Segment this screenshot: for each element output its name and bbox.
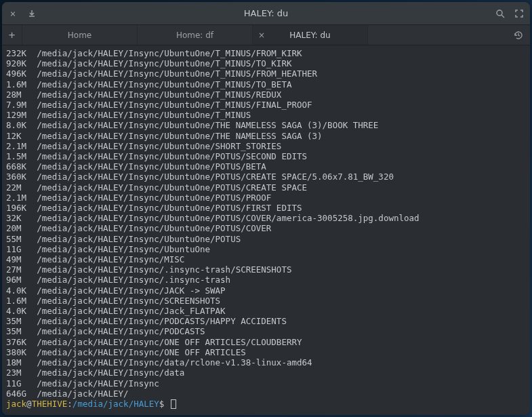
output-line: 11G /media/jack/HALEY/Insync bbox=[6, 378, 526, 389]
output-line: 1.5M /media/jack/HALEY/Insync/UbuntuOne/… bbox=[6, 151, 526, 161]
output-line: 35M /media/jack/HALEY/Insync/PODCASTS/HA… bbox=[6, 316, 526, 326]
output-line: 376K /media/jack/HALEY/Insync/ONE OFF AR… bbox=[6, 337, 526, 347]
terminal-body[interactable]: 232K /media/jack/HALEY/Insync/UbuntuOne/… bbox=[2, 45, 530, 415]
tabs-container: HomeHome: df×HALEY: du bbox=[22, 25, 368, 45]
history-icon[interactable] bbox=[507, 25, 530, 45]
output-line: 7.9M /media/jack/HALEY/Insync/UbuntuOne/… bbox=[6, 100, 526, 110]
output-line: 8.0K /media/jack/HALEY/Insync/UbuntuOne/… bbox=[6, 120, 526, 130]
cursor bbox=[171, 399, 176, 409]
output-line: 27M /media/jack/HALEY/Insync/.insync-tra… bbox=[6, 264, 526, 275]
output-line: 23M /media/jack/HALEY/Insync/data bbox=[6, 368, 526, 378]
output-line: 22M /media/jack/HALEY/Insync/UbuntuOne/P… bbox=[6, 182, 526, 193]
output-line: 920K /media/jack/HALEY/Insync/UbuntuOne/… bbox=[6, 58, 526, 68]
titlebar-right bbox=[495, 8, 525, 19]
titlebar-left: × bbox=[7, 8, 37, 19]
output-line: 232K /media/jack/HALEY/Insync/UbuntuOne/… bbox=[6, 48, 526, 58]
prompt-path: /media/jack/HALEY bbox=[73, 399, 159, 409]
prompt-user: jack bbox=[6, 399, 26, 409]
expand-icon[interactable] bbox=[514, 8, 525, 19]
output-line: 12K /media/jack/HALEY/Insync/UbuntuOne/T… bbox=[6, 131, 526, 141]
svg-line-1 bbox=[502, 15, 504, 18]
tab-0[interactable]: Home bbox=[22, 25, 138, 45]
prompt-host: THEHIVE bbox=[32, 399, 68, 409]
output-line: 2.1M /media/jack/HALEY/Insync/UbuntuOne/… bbox=[6, 141, 526, 151]
output-line: 55M /media/jack/HALEY/Insync/UbuntuOne/P… bbox=[6, 234, 526, 244]
output-line: 4.0K /media/jack/HALEY/Insync/JACK -> SW… bbox=[6, 285, 526, 296]
prompt-symbol: $ bbox=[159, 399, 169, 409]
output-line: 129M /media/jack/HALEY/Insync/UbuntuOne/… bbox=[6, 110, 526, 120]
output-line: 96M /media/jack/HALEY/Insync/.insync-tra… bbox=[6, 275, 526, 285]
download-icon[interactable] bbox=[26, 8, 37, 19]
window-title: HALEY: du bbox=[37, 8, 495, 18]
tab-1[interactable]: Home: df bbox=[138, 25, 253, 45]
output-line: 380K /media/jack/HALEY/Insync/ONE OFF AR… bbox=[6, 347, 526, 357]
titlebar: × HALEY: du bbox=[2, 2, 530, 25]
output-line: 49M /media/jack/HALEY/Insync/MISC bbox=[6, 254, 526, 264]
prompt-colon: : bbox=[67, 399, 73, 409]
prompt-at: @ bbox=[26, 399, 32, 409]
svg-point-0 bbox=[497, 10, 502, 16]
output-line: 2.1M /media/jack/HALEY/Insync/UbuntuOne/… bbox=[6, 193, 526, 203]
search-icon[interactable] bbox=[495, 8, 506, 19]
output-line: 646G /media/jack/HALEY/ bbox=[6, 389, 526, 399]
tab-label: HALEY: du bbox=[289, 31, 330, 40]
tabbar: + HomeHome: df×HALEY: du bbox=[2, 25, 530, 45]
output-line: 668K /media/jack/HALEY/Insync/UbuntuOne/… bbox=[6, 161, 526, 172]
output-line: 196K /media/jack/HALEY/Insync/UbuntuOne/… bbox=[6, 203, 526, 213]
output-line: 20M /media/jack/HALEY/Insync/UbuntuOne/P… bbox=[6, 223, 526, 233]
output-line: 32K /media/jack/HALEY/Insync/UbuntuOne/P… bbox=[6, 213, 526, 223]
output-line: 4.0K /media/jack/HALEY/Insync/Jack_FLATP… bbox=[6, 306, 526, 316]
output-line: 360K /media/jack/HALEY/Insync/UbuntuOne/… bbox=[6, 172, 526, 182]
output-line: 496K /media/jack/HALEY/Insync/UbuntuOne/… bbox=[6, 68, 526, 79]
output-line: 11G /media/jack/HALEY/Insync/UbuntuOne bbox=[6, 244, 526, 254]
output-line: 28M /media/jack/HALEY/Insync/UbuntuOne/T… bbox=[6, 90, 526, 100]
tab-2[interactable]: ×HALEY: du bbox=[253, 25, 368, 45]
close-icon[interactable]: × bbox=[7, 8, 18, 19]
prompt-line: jack@THEHIVE:/media/jack/HALEY$ bbox=[6, 399, 526, 409]
terminal-window: × HALEY: du + HomeHome: df×HALEY: du 232… bbox=[2, 2, 530, 415]
tab-label: Home: df bbox=[176, 31, 213, 40]
output-line: 1.6M /media/jack/HALEY/Insync/SCREENSHOT… bbox=[6, 296, 526, 306]
tab-label: Home bbox=[68, 31, 91, 40]
output-line: 35M /media/jack/HALEY/Insync/PODCASTS bbox=[6, 326, 526, 336]
output-line: 18M /media/jack/HALEY/Insync/data/rclone… bbox=[6, 357, 526, 368]
tabbar-spacer bbox=[368, 25, 507, 45]
new-tab-button[interactable]: + bbox=[2, 25, 22, 45]
terminal-output: 232K /media/jack/HALEY/Insync/UbuntuOne/… bbox=[6, 48, 526, 399]
tab-close-icon[interactable]: × bbox=[258, 31, 265, 40]
output-line: 1.6M /media/jack/HALEY/Insync/UbuntuOne/… bbox=[6, 79, 526, 90]
